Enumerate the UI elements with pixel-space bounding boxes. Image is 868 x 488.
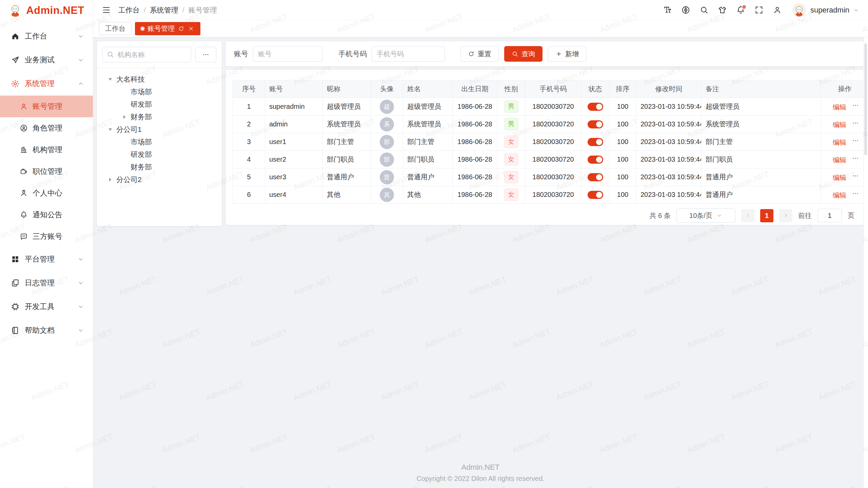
caret-placeholder [120,100,129,109]
sidebar-item-notice[interactable]: 通知公告 [0,204,93,226]
scrollbar[interactable] [863,37,868,488]
edit-button[interactable]: 编辑 [830,156,846,165]
mascot-logo-icon [8,4,22,17]
edit-button[interactable]: 编辑 [830,191,846,200]
next-page-button[interactable] [779,209,792,222]
status-toggle[interactable] [588,103,603,111]
sidebar-item-personal-center[interactable]: 个人中心 [0,182,93,204]
status-toggle[interactable] [588,191,603,199]
tree-node[interactable]: 分公司2 [102,173,216,186]
close-icon[interactable] [188,25,194,32]
search-icon [106,50,114,58]
tree-node[interactable]: 研发部 [102,148,216,161]
column-header: 操作 [821,80,868,98]
status-toggle[interactable] [588,156,603,164]
org-search-input[interactable] [102,47,191,62]
tree-node[interactable]: 财务部 [102,110,216,123]
footer-title: Admin.NET [93,463,868,472]
status-toggle[interactable] [588,120,603,128]
search-button[interactable]: 查询 [504,46,542,62]
tree-more-button[interactable] [195,47,216,62]
table-row: 5user3普通用户普普通用户1986-06-28女18020030720100… [233,168,868,186]
page-size-select[interactable]: 10条/页 [676,208,735,223]
edit-button[interactable]: 编辑 [830,103,846,112]
person-icon [20,189,28,197]
account-input[interactable] [253,46,323,62]
add-button[interactable]: 新增 [548,46,586,62]
tree-node[interactable]: 研发部 [102,98,216,110]
search-icon[interactable] [699,5,709,15]
tree-node[interactable]: 市场部 [102,85,216,98]
profile-icon[interactable] [773,5,782,15]
sidebar-item-role-management[interactable]: 角色管理 [0,117,93,139]
sidebar-item-position-management[interactable]: 职位管理 [0,161,93,182]
app-title: Admin.NET [26,4,84,17]
sidebar-item-dev-tools[interactable]: 开发工具 [0,295,93,319]
app-logo[interactable]: Admin.NET [0,0,93,21]
sidebar-item-platform-management[interactable]: 平台管理 [0,247,93,271]
caret-right-icon[interactable] [106,175,115,184]
sidebar-item-help-docs[interactable]: 帮助文档 [0,319,93,342]
row-more-button[interactable] [852,172,859,180]
notification-bell-icon[interactable] [736,5,745,15]
row-more-button[interactable] [852,190,859,197]
prev-page-button[interactable] [741,209,754,222]
sidebar-item-account-management[interactable]: 账号管理 [0,96,93,117]
status-toggle[interactable] [588,138,603,146]
goto-page-input[interactable] [817,209,842,222]
caret-right-icon[interactable] [120,113,129,121]
org-tree: 大名科技市场部研发部财务部分公司1市场部研发部财务部分公司2 [102,73,216,186]
bell-icon [20,211,28,219]
user-avatar[interactable] [792,3,806,17]
edit-button[interactable]: 编辑 [830,173,846,182]
sidebar-item-org-management[interactable]: 机构管理 [0,139,93,161]
column-header: 姓名 [403,80,453,98]
tree-node[interactable]: 市场部 [102,136,216,148]
current-page-button[interactable]: 1 [760,209,773,222]
edit-button[interactable]: 编辑 [830,120,846,129]
table-header-row: 序号账号昵称头像姓名出生日期性别手机号码状态排序修改时间备注操作 [233,80,868,98]
font-size-icon[interactable] [663,5,672,15]
tree-node[interactable]: 分公司1 [102,123,216,136]
sidebar-item-system-management[interactable]: 系统管理 [0,72,93,96]
edit-button[interactable]: 编辑 [830,138,846,147]
sidebar-item-third-party-account[interactable]: 三方账号 [0,226,93,247]
caret-down-icon[interactable] [106,125,115,134]
breadcrumb-item-1[interactable]: 工作台 [118,5,140,15]
sidebar-item-business-test[interactable]: 业务测试 [0,48,93,72]
gender-badge: 男 [504,100,518,113]
row-more-button[interactable] [852,102,859,109]
row-more-button[interactable] [852,137,859,144]
tree-node[interactable]: 大名科技 [102,73,216,85]
row-more-button[interactable] [852,155,859,162]
tab-workbench[interactable]: 工作台 [99,22,132,35]
status-toggle[interactable] [588,173,603,181]
phone-input[interactable] [372,46,445,62]
menu-fold-icon[interactable] [102,5,111,15]
notification-badge [742,4,747,9]
chevron-left-icon [745,212,751,219]
caret-placeholder [120,138,129,146]
search-icon [512,50,518,57]
language-icon[interactable] [681,5,690,15]
theme-icon[interactable] [718,5,727,15]
accounts-table: 序号账号昵称头像姓名出生日期性别手机号码状态排序修改时间备注操作1superad… [233,80,868,204]
sidebar-menu: 工作台业务测试系统管理账号管理角色管理机构管理职位管理个人中心通知公告三方账号平… [0,21,93,342]
tree-node[interactable]: 财务部 [102,161,216,173]
sidebar-item-workbench[interactable]: 工作台 [0,24,93,48]
column-header: 状态 [581,80,609,98]
caret-down-icon[interactable] [106,75,115,84]
row-more-button[interactable] [852,119,859,127]
row-avatar: 其 [380,188,394,202]
chevron-down-icon[interactable] [853,7,859,13]
reset-button[interactable]: 重置 [460,46,499,62]
scrollbar-thumb[interactable] [864,43,867,155]
username[interactable]: superadmin [810,6,849,15]
fullscreen-icon[interactable] [754,5,764,15]
breadcrumb-item-2[interactable]: 系统管理 [150,5,178,15]
tab-account-management[interactable]: 账号管理 [135,22,200,35]
caret-placeholder [120,87,129,96]
caret-placeholder [120,163,129,171]
refresh-icon[interactable] [178,25,184,32]
sidebar-item-log-management[interactable]: 日志管理 [0,271,93,295]
